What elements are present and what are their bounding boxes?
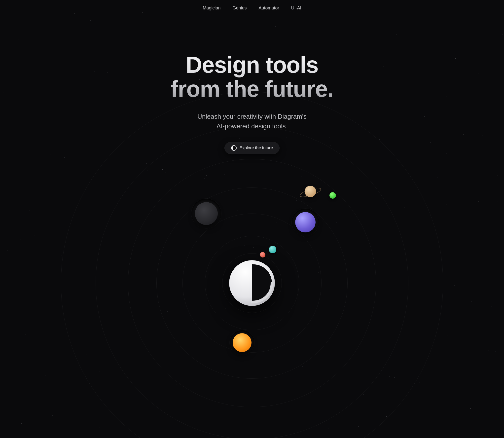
teal-satellite-icon [269, 246, 276, 253]
nav-link-genius[interactable]: Genius [232, 5, 247, 11]
solar-system [91, 171, 413, 395]
nav-link-automator[interactable]: Automator [259, 5, 279, 11]
hero-title-line1: Design tools [186, 52, 318, 77]
purple-planet-icon[interactable] [295, 212, 316, 232]
nav-link-ui-ai[interactable]: UI-AI [291, 5, 301, 11]
green-satellite-icon [329, 192, 336, 199]
diagram-logo-icon[interactable] [227, 258, 277, 308]
nav-link-magician[interactable]: Magician [203, 5, 220, 11]
dark-moon-icon[interactable] [195, 202, 218, 225]
orange-planet-icon[interactable] [233, 333, 252, 352]
top-nav: Magician Genius Automator UI-AI [203, 0, 301, 11]
saturn-planet-icon [305, 186, 316, 197]
